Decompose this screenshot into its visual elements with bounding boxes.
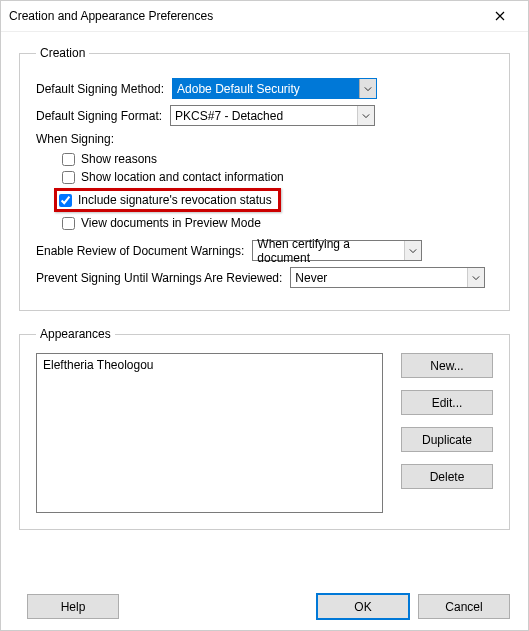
chevron-down-icon: [359, 79, 376, 98]
signing-format-label: Default Signing Format:: [36, 109, 162, 123]
appearances-listbox[interactable]: Eleftheria Theologou: [36, 353, 383, 513]
signing-format-value: PKCS#7 - Detached: [175, 109, 283, 123]
show-reasons-label: Show reasons: [81, 152, 157, 166]
bottom-bar: Help OK Cancel: [1, 593, 528, 620]
appearances-buttons: New... Edit... Duplicate Delete: [401, 353, 493, 513]
when-signing-label: When Signing:: [36, 132, 114, 146]
titlebar: Creation and Appearance Preferences: [1, 1, 528, 32]
preferences-window: Creation and Appearance Preferences Crea…: [0, 0, 529, 631]
chevron-down-icon: [357, 106, 374, 125]
appearances-legend: Appearances: [36, 327, 115, 341]
help-button[interactable]: Help: [27, 594, 119, 619]
when-signing-options: Show reasons Show location and contact i…: [62, 152, 493, 230]
signing-method-dropdown[interactable]: Adobe Default Security: [172, 78, 377, 99]
appearances-group: Appearances Eleftheria Theologou New... …: [19, 327, 510, 530]
creation-legend: Creation: [36, 46, 89, 60]
list-item[interactable]: Eleftheria Theologou: [43, 358, 376, 372]
chevron-down-icon: [404, 241, 421, 260]
prevent-signing-dropdown[interactable]: Never: [290, 267, 485, 288]
preview-mode-checkbox[interactable]: [62, 217, 75, 230]
signing-method-label: Default Signing Method:: [36, 82, 164, 96]
show-location-checkbox[interactable]: [62, 171, 75, 184]
prevent-signing-label: Prevent Signing Until Warnings Are Revie…: [36, 271, 282, 285]
revocation-status-label: Include signature's revocation status: [78, 193, 272, 207]
review-warnings-dropdown[interactable]: When certifying a document: [252, 240, 422, 261]
dialog-body: Creation Default Signing Method: Adobe D…: [1, 32, 528, 530]
signing-method-value: Adobe Default Security: [177, 82, 300, 96]
show-reasons-checkbox[interactable]: [62, 153, 75, 166]
delete-button[interactable]: Delete: [401, 464, 493, 489]
review-warnings-value: When certifying a document: [257, 237, 403, 265]
highlighted-option: Include signature's revocation status: [54, 188, 281, 212]
duplicate-button[interactable]: Duplicate: [401, 427, 493, 452]
signing-format-dropdown[interactable]: PKCS#7 - Detached: [170, 105, 375, 126]
close-button[interactable]: [480, 1, 520, 31]
chevron-down-icon: [467, 268, 484, 287]
preview-mode-label: View documents in Preview Mode: [81, 216, 261, 230]
creation-group: Creation Default Signing Method: Adobe D…: [19, 46, 510, 311]
cancel-button[interactable]: Cancel: [418, 594, 510, 619]
new-button[interactable]: New...: [401, 353, 493, 378]
edit-button[interactable]: Edit...: [401, 390, 493, 415]
close-icon: [495, 11, 505, 21]
window-title: Creation and Appearance Preferences: [9, 9, 480, 23]
show-location-label: Show location and contact information: [81, 170, 284, 184]
prevent-signing-value: Never: [295, 271, 327, 285]
ok-button[interactable]: OK: [316, 593, 410, 620]
review-warnings-label: Enable Review of Document Warnings:: [36, 244, 244, 258]
revocation-status-checkbox[interactable]: [59, 194, 72, 207]
